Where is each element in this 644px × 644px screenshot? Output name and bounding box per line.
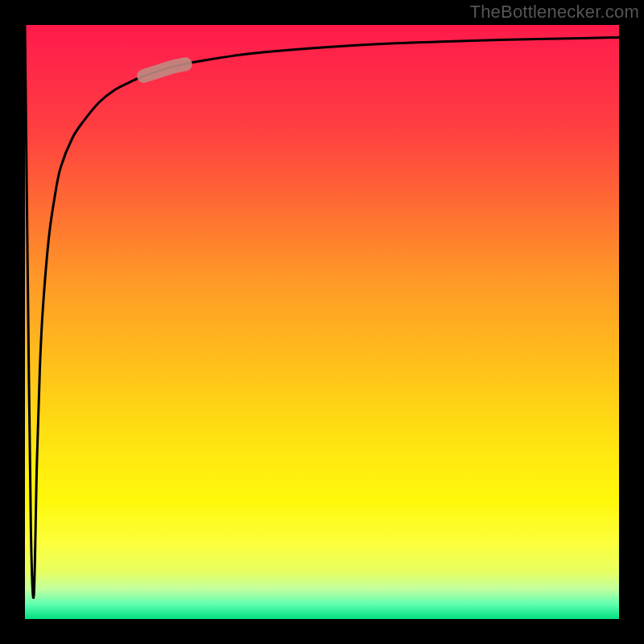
chart-stage: TheBottlenecker.com xyxy=(0,0,644,644)
credit-text: TheBottlenecker.com xyxy=(470,2,639,23)
plot-area xyxy=(25,25,619,619)
